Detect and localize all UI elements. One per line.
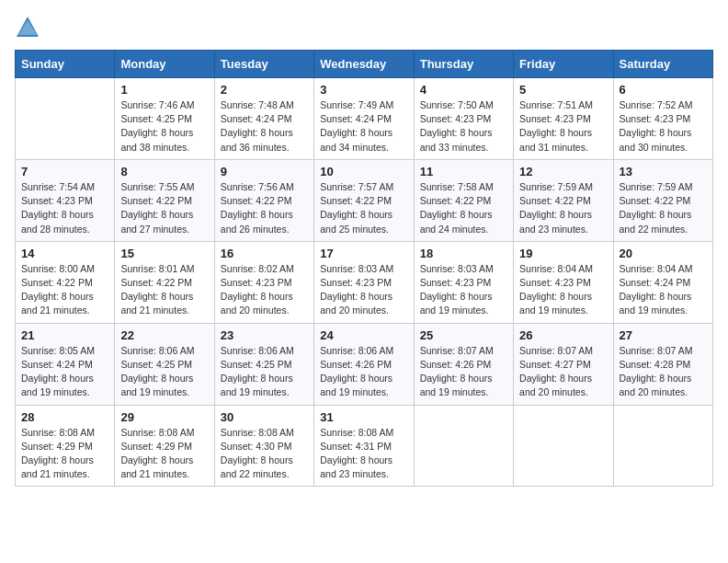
- weekday-header-row: SundayMondayTuesdayWednesdayThursdayFrid…: [16, 51, 713, 78]
- day-number: 17: [320, 247, 407, 260]
- day-info: Sunrise: 8:03 AM Sunset: 4:23 PM Dayligh…: [320, 262, 407, 318]
- calendar-cell: [414, 405, 513, 487]
- logo: [15, 15, 44, 40]
- day-number: 24: [320, 328, 407, 342]
- day-info: Sunrise: 7:46 AM Sunset: 4:25 PM Dayligh…: [120, 98, 208, 155]
- calendar-cell: 5Sunrise: 7:51 AM Sunset: 4:23 PM Daylig…: [514, 78, 613, 160]
- day-number: 7: [21, 165, 108, 178]
- calendar-cell: 4Sunrise: 7:50 AM Sunset: 4:23 PM Daylig…: [414, 78, 513, 160]
- day-info: Sunrise: 7:55 AM Sunset: 4:22 PM Dayligh…: [120, 180, 208, 236]
- calendar-cell: 24Sunrise: 8:06 AM Sunset: 4:26 PM Dayli…: [314, 323, 414, 405]
- day-number: 29: [120, 410, 208, 424]
- day-number: 4: [420, 83, 507, 97]
- day-info: Sunrise: 8:08 AM Sunset: 4:30 PM Dayligh…: [221, 426, 308, 482]
- day-number: 1: [120, 83, 208, 97]
- calendar-cell: [514, 405, 613, 487]
- calendar-cell: 30Sunrise: 8:08 AM Sunset: 4:30 PM Dayli…: [214, 405, 313, 487]
- day-number: 22: [120, 328, 208, 342]
- day-number: 3: [320, 83, 407, 97]
- calendar-cell: 9Sunrise: 7:56 AM Sunset: 4:22 PM Daylig…: [214, 159, 313, 241]
- calendar-cell: 27Sunrise: 8:07 AM Sunset: 4:28 PM Dayli…: [613, 323, 712, 405]
- calendar-table: SundayMondayTuesdayWednesdayThursdayFrid…: [15, 50, 713, 487]
- week-row-1: 1Sunrise: 7:46 AM Sunset: 4:25 PM Daylig…: [16, 78, 713, 160]
- calendar-cell: 29Sunrise: 8:08 AM Sunset: 4:29 PM Dayli…: [115, 405, 214, 487]
- day-info: Sunrise: 7:56 AM Sunset: 4:22 PM Dayligh…: [221, 180, 308, 236]
- weekday-header-saturday: Saturday: [613, 51, 712, 78]
- day-info: Sunrise: 8:07 AM Sunset: 4:26 PM Dayligh…: [420, 344, 507, 400]
- day-number: 8: [120, 165, 208, 178]
- calendar-cell: 26Sunrise: 8:07 AM Sunset: 4:27 PM Dayli…: [514, 323, 613, 405]
- day-info: Sunrise: 8:04 AM Sunset: 4:23 PM Dayligh…: [519, 262, 607, 318]
- day-number: 14: [21, 247, 108, 260]
- day-number: 10: [320, 165, 407, 178]
- weekday-header-thursday: Thursday: [414, 51, 513, 78]
- calendar-cell: 2Sunrise: 7:48 AM Sunset: 4:24 PM Daylig…: [214, 78, 313, 160]
- day-info: Sunrise: 8:06 AM Sunset: 4:26 PM Dayligh…: [320, 344, 407, 400]
- day-info: Sunrise: 8:02 AM Sunset: 4:23 PM Dayligh…: [221, 262, 308, 318]
- day-info: Sunrise: 7:48 AM Sunset: 4:24 PM Dayligh…: [221, 98, 308, 155]
- calendar-cell: 16Sunrise: 8:02 AM Sunset: 4:23 PM Dayli…: [214, 241, 313, 323]
- day-number: 2: [221, 83, 308, 97]
- day-info: Sunrise: 7:50 AM Sunset: 4:23 PM Dayligh…: [420, 98, 507, 155]
- weekday-header-friday: Friday: [514, 51, 613, 78]
- day-number: 15: [120, 247, 208, 260]
- calendar-cell: 12Sunrise: 7:59 AM Sunset: 4:22 PM Dayli…: [514, 159, 613, 241]
- calendar-cell: 18Sunrise: 8:03 AM Sunset: 4:23 PM Dayli…: [414, 241, 513, 323]
- day-number: 5: [519, 83, 607, 97]
- calendar-cell: 19Sunrise: 8:04 AM Sunset: 4:23 PM Dayli…: [514, 241, 613, 323]
- weekday-header-sunday: Sunday: [16, 51, 115, 78]
- day-info: Sunrise: 7:59 AM Sunset: 4:22 PM Dayligh…: [519, 180, 607, 236]
- day-info: Sunrise: 7:54 AM Sunset: 4:23 PM Dayligh…: [21, 180, 108, 236]
- calendar-cell: 15Sunrise: 8:01 AM Sunset: 4:22 PM Dayli…: [115, 241, 214, 323]
- day-number: 27: [620, 328, 707, 342]
- day-info: Sunrise: 7:57 AM Sunset: 4:22 PM Dayligh…: [320, 180, 407, 236]
- logo-icon: [15, 15, 40, 40]
- day-number: 9: [221, 165, 308, 178]
- day-info: Sunrise: 8:00 AM Sunset: 4:22 PM Dayligh…: [21, 262, 108, 318]
- day-info: Sunrise: 8:06 AM Sunset: 4:25 PM Dayligh…: [120, 344, 208, 400]
- day-number: 26: [519, 328, 607, 342]
- day-info: Sunrise: 8:06 AM Sunset: 4:25 PM Dayligh…: [221, 344, 308, 400]
- calendar-cell: [613, 405, 712, 487]
- day-info: Sunrise: 7:58 AM Sunset: 4:22 PM Dayligh…: [420, 180, 507, 236]
- calendar-cell: 11Sunrise: 7:58 AM Sunset: 4:22 PM Dayli…: [414, 159, 513, 241]
- weekday-header-tuesday: Tuesday: [214, 51, 313, 78]
- day-number: 19: [519, 247, 607, 260]
- calendar-cell: 22Sunrise: 8:06 AM Sunset: 4:25 PM Dayli…: [115, 323, 214, 405]
- day-number: 11: [420, 165, 507, 178]
- day-info: Sunrise: 7:51 AM Sunset: 4:23 PM Dayligh…: [519, 98, 607, 155]
- day-number: 25: [420, 328, 507, 342]
- week-row-2: 7Sunrise: 7:54 AM Sunset: 4:23 PM Daylig…: [16, 159, 713, 241]
- calendar-cell: 8Sunrise: 7:55 AM Sunset: 4:22 PM Daylig…: [115, 159, 214, 241]
- calendar-cell: 23Sunrise: 8:06 AM Sunset: 4:25 PM Dayli…: [214, 323, 313, 405]
- day-info: Sunrise: 7:52 AM Sunset: 4:23 PM Dayligh…: [620, 98, 707, 155]
- day-info: Sunrise: 8:08 AM Sunset: 4:29 PM Dayligh…: [120, 426, 208, 482]
- day-number: 13: [620, 165, 707, 178]
- day-number: 23: [221, 328, 308, 342]
- day-number: 31: [320, 410, 407, 424]
- calendar-cell: 28Sunrise: 8:08 AM Sunset: 4:29 PM Dayli…: [16, 405, 115, 487]
- day-number: 16: [221, 247, 308, 260]
- day-info: Sunrise: 8:07 AM Sunset: 4:27 PM Dayligh…: [519, 344, 607, 400]
- day-number: 18: [420, 247, 507, 260]
- day-number: 20: [620, 247, 707, 260]
- day-number: 28: [21, 410, 108, 424]
- calendar-cell: 13Sunrise: 7:59 AM Sunset: 4:22 PM Dayli…: [613, 159, 712, 241]
- calendar-cell: 7Sunrise: 7:54 AM Sunset: 4:23 PM Daylig…: [16, 159, 115, 241]
- day-info: Sunrise: 8:03 AM Sunset: 4:23 PM Dayligh…: [420, 262, 507, 318]
- calendar-cell: 21Sunrise: 8:05 AM Sunset: 4:24 PM Dayli…: [16, 323, 115, 405]
- calendar-cell: 10Sunrise: 7:57 AM Sunset: 4:22 PM Dayli…: [314, 159, 414, 241]
- day-info: Sunrise: 8:08 AM Sunset: 4:31 PM Dayligh…: [320, 426, 407, 482]
- calendar-cell: 20Sunrise: 8:04 AM Sunset: 4:24 PM Dayli…: [613, 241, 712, 323]
- calendar-cell: 17Sunrise: 8:03 AM Sunset: 4:23 PM Dayli…: [314, 241, 414, 323]
- calendar-cell: [16, 78, 115, 160]
- weekday-header-wednesday: Wednesday: [314, 51, 414, 78]
- page-header: [15, 15, 713, 40]
- weekday-header-monday: Monday: [115, 51, 214, 78]
- day-info: Sunrise: 8:05 AM Sunset: 4:24 PM Dayligh…: [21, 344, 108, 400]
- calendar-cell: 1Sunrise: 7:46 AM Sunset: 4:25 PM Daylig…: [115, 78, 214, 160]
- calendar-cell: 14Sunrise: 8:00 AM Sunset: 4:22 PM Dayli…: [16, 241, 115, 323]
- calendar-cell: 3Sunrise: 7:49 AM Sunset: 4:24 PM Daylig…: [314, 78, 414, 160]
- calendar-cell: 25Sunrise: 8:07 AM Sunset: 4:26 PM Dayli…: [414, 323, 513, 405]
- day-info: Sunrise: 8:04 AM Sunset: 4:24 PM Dayligh…: [620, 262, 707, 318]
